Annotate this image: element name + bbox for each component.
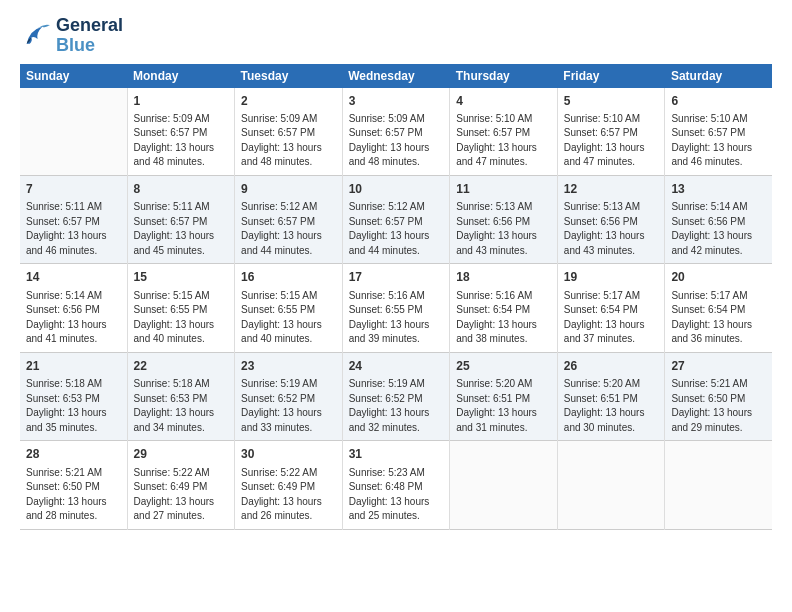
day-number: 30	[241, 446, 336, 463]
calendar-cell: 15Sunrise: 5:15 AM Sunset: 6:55 PM Dayli…	[127, 264, 235, 352]
calendar-cell: 2Sunrise: 5:09 AM Sunset: 6:57 PM Daylig…	[235, 88, 343, 176]
day-info: Sunrise: 5:16 AM Sunset: 6:54 PM Dayligh…	[456, 289, 551, 347]
day-number: 23	[241, 358, 336, 375]
day-number: 25	[456, 358, 551, 375]
day-info: Sunrise: 5:22 AM Sunset: 6:49 PM Dayligh…	[241, 466, 336, 524]
day-number: 5	[564, 93, 659, 110]
header-row: SundayMondayTuesdayWednesdayThursdayFrid…	[20, 64, 772, 88]
page: General Blue SundayMondayTuesdayWednesda…	[0, 0, 792, 540]
calendar-cell: 19Sunrise: 5:17 AM Sunset: 6:54 PM Dayli…	[557, 264, 665, 352]
calendar-cell	[557, 441, 665, 529]
day-number: 22	[134, 358, 229, 375]
logo-bird-icon	[20, 22, 52, 50]
calendar-cell: 4Sunrise: 5:10 AM Sunset: 6:57 PM Daylig…	[450, 88, 558, 176]
day-info: Sunrise: 5:13 AM Sunset: 6:56 PM Dayligh…	[564, 200, 659, 258]
day-number: 12	[564, 181, 659, 198]
day-info: Sunrise: 5:20 AM Sunset: 6:51 PM Dayligh…	[456, 377, 551, 435]
day-info: Sunrise: 5:16 AM Sunset: 6:55 PM Dayligh…	[349, 289, 444, 347]
day-info: Sunrise: 5:15 AM Sunset: 6:55 PM Dayligh…	[134, 289, 229, 347]
day-info: Sunrise: 5:11 AM Sunset: 6:57 PM Dayligh…	[26, 200, 121, 258]
day-number: 6	[671, 93, 766, 110]
day-number: 13	[671, 181, 766, 198]
calendar-table: SundayMondayTuesdayWednesdayThursdayFrid…	[20, 64, 772, 530]
day-info: Sunrise: 5:10 AM Sunset: 6:57 PM Dayligh…	[564, 112, 659, 170]
day-info: Sunrise: 5:09 AM Sunset: 6:57 PM Dayligh…	[241, 112, 336, 170]
day-info: Sunrise: 5:22 AM Sunset: 6:49 PM Dayligh…	[134, 466, 229, 524]
day-number: 15	[134, 269, 229, 286]
day-info: Sunrise: 5:12 AM Sunset: 6:57 PM Dayligh…	[241, 200, 336, 258]
logo: General Blue	[20, 16, 123, 56]
calendar-cell: 17Sunrise: 5:16 AM Sunset: 6:55 PM Dayli…	[342, 264, 450, 352]
day-info: Sunrise: 5:18 AM Sunset: 6:53 PM Dayligh…	[26, 377, 121, 435]
calendar-cell: 8Sunrise: 5:11 AM Sunset: 6:57 PM Daylig…	[127, 175, 235, 263]
day-number: 24	[349, 358, 444, 375]
calendar-cell: 31Sunrise: 5:23 AM Sunset: 6:48 PM Dayli…	[342, 441, 450, 529]
day-info: Sunrise: 5:09 AM Sunset: 6:57 PM Dayligh…	[134, 112, 229, 170]
day-number: 18	[456, 269, 551, 286]
calendar-cell: 26Sunrise: 5:20 AM Sunset: 6:51 PM Dayli…	[557, 352, 665, 440]
calendar-cell: 5Sunrise: 5:10 AM Sunset: 6:57 PM Daylig…	[557, 88, 665, 176]
col-header-wednesday: Wednesday	[342, 64, 450, 88]
calendar-cell: 28Sunrise: 5:21 AM Sunset: 6:50 PM Dayli…	[20, 441, 127, 529]
day-number: 28	[26, 446, 121, 463]
calendar-cell	[450, 441, 558, 529]
calendar-cell: 20Sunrise: 5:17 AM Sunset: 6:54 PM Dayli…	[665, 264, 772, 352]
day-number: 17	[349, 269, 444, 286]
day-info: Sunrise: 5:09 AM Sunset: 6:57 PM Dayligh…	[349, 112, 444, 170]
calendar-cell: 27Sunrise: 5:21 AM Sunset: 6:50 PM Dayli…	[665, 352, 772, 440]
day-number: 2	[241, 93, 336, 110]
calendar-cell: 14Sunrise: 5:14 AM Sunset: 6:56 PM Dayli…	[20, 264, 127, 352]
day-number: 20	[671, 269, 766, 286]
day-info: Sunrise: 5:10 AM Sunset: 6:57 PM Dayligh…	[456, 112, 551, 170]
day-info: Sunrise: 5:17 AM Sunset: 6:54 PM Dayligh…	[671, 289, 766, 347]
calendar-cell: 1Sunrise: 5:09 AM Sunset: 6:57 PM Daylig…	[127, 88, 235, 176]
calendar-cell: 22Sunrise: 5:18 AM Sunset: 6:53 PM Dayli…	[127, 352, 235, 440]
day-number: 7	[26, 181, 121, 198]
col-header-friday: Friday	[557, 64, 665, 88]
calendar-cell: 9Sunrise: 5:12 AM Sunset: 6:57 PM Daylig…	[235, 175, 343, 263]
day-info: Sunrise: 5:19 AM Sunset: 6:52 PM Dayligh…	[241, 377, 336, 435]
day-info: Sunrise: 5:13 AM Sunset: 6:56 PM Dayligh…	[456, 200, 551, 258]
calendar-cell: 29Sunrise: 5:22 AM Sunset: 6:49 PM Dayli…	[127, 441, 235, 529]
calendar-cell: 13Sunrise: 5:14 AM Sunset: 6:56 PM Dayli…	[665, 175, 772, 263]
day-info: Sunrise: 5:14 AM Sunset: 6:56 PM Dayligh…	[26, 289, 121, 347]
week-row: 7Sunrise: 5:11 AM Sunset: 6:57 PM Daylig…	[20, 175, 772, 263]
calendar-cell: 24Sunrise: 5:19 AM Sunset: 6:52 PM Dayli…	[342, 352, 450, 440]
day-info: Sunrise: 5:18 AM Sunset: 6:53 PM Dayligh…	[134, 377, 229, 435]
day-number: 16	[241, 269, 336, 286]
calendar-cell: 11Sunrise: 5:13 AM Sunset: 6:56 PM Dayli…	[450, 175, 558, 263]
day-info: Sunrise: 5:21 AM Sunset: 6:50 PM Dayligh…	[671, 377, 766, 435]
day-number: 4	[456, 93, 551, 110]
calendar-cell: 30Sunrise: 5:22 AM Sunset: 6:49 PM Dayli…	[235, 441, 343, 529]
calendar-cell: 6Sunrise: 5:10 AM Sunset: 6:57 PM Daylig…	[665, 88, 772, 176]
day-info: Sunrise: 5:14 AM Sunset: 6:56 PM Dayligh…	[671, 200, 766, 258]
day-info: Sunrise: 5:17 AM Sunset: 6:54 PM Dayligh…	[564, 289, 659, 347]
day-info: Sunrise: 5:12 AM Sunset: 6:57 PM Dayligh…	[349, 200, 444, 258]
calendar-cell: 16Sunrise: 5:15 AM Sunset: 6:55 PM Dayli…	[235, 264, 343, 352]
day-number: 9	[241, 181, 336, 198]
calendar-cell: 10Sunrise: 5:12 AM Sunset: 6:57 PM Dayli…	[342, 175, 450, 263]
calendar-cell	[665, 441, 772, 529]
col-header-monday: Monday	[127, 64, 235, 88]
day-number: 26	[564, 358, 659, 375]
col-header-tuesday: Tuesday	[235, 64, 343, 88]
day-info: Sunrise: 5:19 AM Sunset: 6:52 PM Dayligh…	[349, 377, 444, 435]
week-row: 1Sunrise: 5:09 AM Sunset: 6:57 PM Daylig…	[20, 88, 772, 176]
day-info: Sunrise: 5:21 AM Sunset: 6:50 PM Dayligh…	[26, 466, 121, 524]
week-row: 14Sunrise: 5:14 AM Sunset: 6:56 PM Dayli…	[20, 264, 772, 352]
day-info: Sunrise: 5:10 AM Sunset: 6:57 PM Dayligh…	[671, 112, 766, 170]
calendar-cell: 21Sunrise: 5:18 AM Sunset: 6:53 PM Dayli…	[20, 352, 127, 440]
day-info: Sunrise: 5:11 AM Sunset: 6:57 PM Dayligh…	[134, 200, 229, 258]
day-number: 8	[134, 181, 229, 198]
day-number: 19	[564, 269, 659, 286]
calendar-cell: 18Sunrise: 5:16 AM Sunset: 6:54 PM Dayli…	[450, 264, 558, 352]
day-number: 3	[349, 93, 444, 110]
calendar-cell: 25Sunrise: 5:20 AM Sunset: 6:51 PM Dayli…	[450, 352, 558, 440]
day-number: 14	[26, 269, 121, 286]
day-info: Sunrise: 5:23 AM Sunset: 6:48 PM Dayligh…	[349, 466, 444, 524]
col-header-saturday: Saturday	[665, 64, 772, 88]
calendar-cell	[20, 88, 127, 176]
col-header-sunday: Sunday	[20, 64, 127, 88]
calendar-cell: 12Sunrise: 5:13 AM Sunset: 6:56 PM Dayli…	[557, 175, 665, 263]
day-number: 29	[134, 446, 229, 463]
